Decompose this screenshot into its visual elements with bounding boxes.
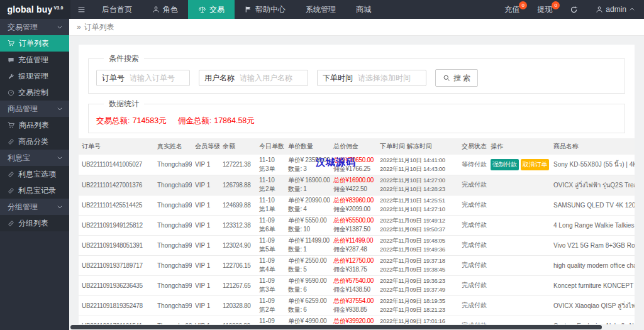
table-row-5: UB2211091937189717Thongcha99VIP 1122706.… bbox=[79, 255, 635, 275]
sidebar: 交易管理订单列表充值管理提现管理交易控制商品管理商品列表商品分类利息宝利息宝选项… bbox=[0, 19, 69, 330]
sidebar-item-label-goods-category: 商品分类 bbox=[18, 136, 48, 147]
cell-order-unfreeze-time: 2022年11月09日 19:49:122022年11月09日 19:50:37 bbox=[377, 215, 458, 235]
sidebar-group-group-mgmt[interactable]: 分组管理 bbox=[0, 199, 69, 215]
order-time-input[interactable] bbox=[358, 71, 426, 85]
horizontal-scrollbar-track bbox=[70, 324, 643, 330]
topnav-item-home[interactable]: 后台首页 bbox=[92, 0, 142, 19]
commission-total-value: 17864.58元 bbox=[214, 116, 255, 125]
topnav-label-trade: 交易 bbox=[209, 4, 225, 15]
table-row-6: UB2211091936236435Thongcha99VIP 1121267.… bbox=[79, 275, 635, 295]
cell-actions: 强制付款取消订单 bbox=[487, 155, 550, 175]
cancel-order-button[interactable]: 取消订单 bbox=[521, 159, 549, 170]
orders-table-wrap: 订单号真实姓名会员等级余额今日单数单价数量总价佣金下单时间 解冻时间交易状态操作… bbox=[79, 138, 635, 330]
cell-product-name: high quality modern office chair for off… bbox=[550, 255, 635, 275]
cell-price-qty: 单价¥ 16900.00数量: 1 bbox=[285, 175, 330, 195]
cell-order-no: UB2211091948051391 bbox=[79, 235, 154, 255]
withdraw-button[interactable]: 提现 0 bbox=[528, 0, 561, 19]
refresh-button[interactable] bbox=[561, 0, 587, 19]
cell-real-name: Thongcha99 bbox=[154, 175, 192, 195]
cell-today-orders: 11-10第3单 bbox=[256, 155, 285, 175]
topbar-right: 充值 0 提现 0 admin bbox=[496, 0, 644, 19]
sidebar-item-label-goods-list: 商品列表 bbox=[19, 120, 49, 131]
person-icon bbox=[152, 6, 160, 13]
sidebar-group-label-trade-mgmt: 交易管理 bbox=[8, 22, 38, 33]
cell-product-name: OVICX Xiaoqiao QISP ลู่วิ่งไฟฟ้าแบบเรียบ… bbox=[550, 295, 635, 316]
person-icon bbox=[596, 6, 603, 13]
cell-trade-status: 完成付款 bbox=[458, 275, 487, 295]
cell-actions bbox=[487, 235, 550, 255]
sidebar-group-lixibao[interactable]: 利息宝 bbox=[0, 150, 69, 166]
sidebar-item-goods-list[interactable]: 商品列表 bbox=[0, 117, 69, 133]
search-panel-legend: 条件搜索 bbox=[104, 53, 144, 64]
stats-panel: 数据统计 交易总额:714583元佣金总额:17864.58元 bbox=[88, 99, 625, 133]
scale-icon bbox=[198, 6, 206, 14]
cell-actions bbox=[487, 215, 550, 235]
cell-vip-level: VIP 1 bbox=[192, 195, 219, 215]
top-nav: 后台首页角色交易帮助中心系统管理商城 bbox=[92, 0, 381, 19]
withdraw-label: 提现 bbox=[537, 4, 552, 15]
topnav-label-system: 系统管理 bbox=[306, 4, 336, 15]
cell-price-qty: 单价¥ 9590.00数量: 6 bbox=[285, 275, 330, 295]
column-header-8: 交易状态 bbox=[458, 138, 487, 155]
horizontal-scrollbar-thumb[interactable] bbox=[70, 325, 602, 329]
order-no-input[interactable] bbox=[130, 71, 189, 85]
recharge-button[interactable]: 充值 0 bbox=[496, 0, 528, 19]
sidebar-item-group-list[interactable]: 分组列表 bbox=[0, 215, 69, 231]
cell-product-name: Vivo V21 5G Ram 8+3GB Rom 256GB 6.44-inc… bbox=[550, 235, 635, 255]
cell-total-commission: 总价¥55500.00佣金¥1387.50 bbox=[330, 215, 377, 235]
sidebar-item-goods-category[interactable]: 商品分类 bbox=[0, 133, 69, 150]
trade-total-label: 交易总额: bbox=[96, 116, 130, 125]
topnav-item-trade[interactable]: 交易 bbox=[188, 0, 235, 19]
sidebar-item-withdraw-mgmt[interactable]: 提现管理 bbox=[0, 68, 69, 84]
user-name-input[interactable] bbox=[240, 71, 308, 85]
sidebar-toggle-button[interactable] bbox=[70, 0, 92, 19]
chevron-down-icon bbox=[57, 155, 63, 161]
column-header-1: 真实姓名 bbox=[154, 138, 192, 155]
cell-total-commission: 总价¥12750.00佣金¥318.75 bbox=[330, 255, 377, 275]
column-header-5: 单价数量 bbox=[285, 138, 330, 155]
cell-order-unfreeze-time: 2022年11月09日 19:36:232022年11月09日 19:37:49 bbox=[377, 275, 458, 295]
app-logo: global buyV3.0 bbox=[0, 0, 70, 19]
cell-real-name: Thongcha99 bbox=[154, 215, 192, 235]
force-pay-button[interactable]: 强制付款 bbox=[491, 159, 519, 170]
sidebar-item-label-lixibao-options: 利息宝选项 bbox=[18, 169, 56, 180]
sidebar-item-trade-control[interactable]: 交易控制 bbox=[0, 84, 69, 101]
cell-order-unfreeze-time: 2022年11月10日 14:25:512022年11月10日 14:27:10 bbox=[377, 195, 458, 215]
trade-total-value: 714583元 bbox=[132, 116, 166, 125]
search-button-label: 搜 索 bbox=[453, 73, 470, 84]
sidebar-item-label-group-list: 分组列表 bbox=[18, 218, 48, 229]
cell-total-commission: 总价¥16900.00佣金¥422.50 bbox=[330, 175, 377, 195]
cell-order-no: UB2211091937189717 bbox=[79, 255, 154, 275]
cell-actions bbox=[487, 295, 550, 316]
sidebar-group-goods-mgmt[interactable]: 商品管理 bbox=[0, 101, 69, 117]
sidebar-item-recharge-mgmt[interactable]: 充值管理 bbox=[0, 52, 69, 68]
sidebar-item-lixibao-records[interactable]: 利息宝记录 bbox=[0, 182, 69, 199]
cell-product-name: 4 Long Range Walkie Talkies Rechargeable… bbox=[550, 215, 635, 235]
sidebar-item-lixibao-options[interactable]: 利息宝选项 bbox=[0, 166, 69, 182]
content-card: 条件搜索 订单号 用户名称 下单时间 搜 索 bbox=[79, 45, 635, 330]
sidebar-item-order-list[interactable]: 订单列表 bbox=[0, 35, 69, 52]
topnav-label-help: 帮助中心 bbox=[255, 4, 286, 15]
topbar: global buyV3.0 后台首页角色交易帮助中心系统管理商城 充值 0 提… bbox=[0, 0, 644, 19]
cell-price-qty: 单价¥ 20990.00数量: 4 bbox=[285, 195, 330, 215]
cell-order-no: UB2211091936236435 bbox=[79, 275, 154, 295]
cell-real-name: Thongcha99 bbox=[154, 295, 192, 316]
topnav-item-roles[interactable]: 角色 bbox=[142, 0, 188, 19]
comment-icon bbox=[8, 57, 14, 63]
cell-today-orders: 11-09第6单 bbox=[256, 215, 285, 235]
sidebar-group-trade-mgmt[interactable]: 交易管理 bbox=[0, 19, 69, 35]
column-header-3: 余额 bbox=[219, 138, 256, 155]
cell-order-unfreeze-time: 2022年11月09日 19:48:052022年11月09日 19:49:36 bbox=[377, 235, 458, 255]
topnav-item-mall[interactable]: 商城 bbox=[346, 0, 381, 19]
sidebar-group-label-lixibao: 利息宝 bbox=[8, 153, 30, 163]
main-area: » 订单列表 条件搜索 订单号 用户名称 下单时间 bbox=[69, 19, 644, 330]
cell-price-qty: 单价¥ 2550.00数量: 5 bbox=[285, 255, 330, 275]
wrench-icon bbox=[8, 73, 14, 80]
topnav-item-system[interactable]: 系统管理 bbox=[296, 0, 346, 19]
sidebar-item-label-withdraw-mgmt: 提现管理 bbox=[18, 71, 48, 82]
hamburger-icon bbox=[77, 6, 86, 14]
search-button[interactable]: 搜 索 bbox=[435, 69, 478, 87]
user-menu[interactable]: admin bbox=[587, 0, 644, 19]
topnav-item-help[interactable]: 帮助中心 bbox=[235, 0, 296, 19]
cell-today-orders: 11-09第4单 bbox=[256, 255, 285, 275]
